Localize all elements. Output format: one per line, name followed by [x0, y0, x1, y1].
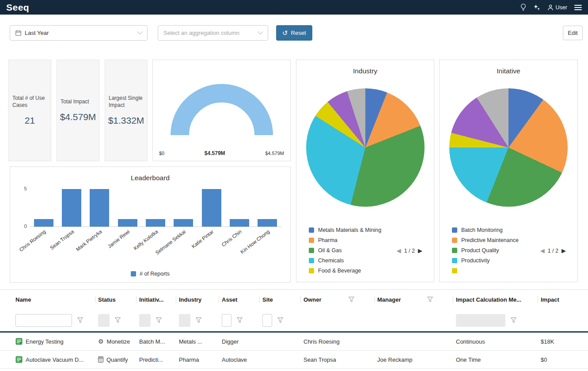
bar[interactable] [90, 189, 109, 227]
cell-status: ⚙Monetize [98, 338, 139, 345]
legend-item[interactable]: Batch Monitoring [452, 226, 519, 234]
use-case-name[interactable]: Autoclave Vacuum D... [26, 356, 83, 363]
table-header-row: NameStatusInitiativ...IndustryAssetSiteO… [0, 290, 588, 309]
leaderboard-legend[interactable]: # of Reports [10, 271, 290, 277]
top-bar: Seeq User [0, 0, 588, 15]
cell-name: Autoclave Vacuum D... [15, 356, 98, 363]
legend-label: Oil & Gas [318, 247, 342, 254]
edit-button[interactable]: Edit [563, 26, 583, 40]
cell-manager: Joe Reckamp [377, 356, 456, 363]
legend-item[interactable] [452, 267, 519, 274]
sparkles-icon[interactable] [533, 4, 540, 11]
column-header-impact_calc[interactable]: Impact Calculation Me... [456, 290, 541, 309]
user-menu[interactable]: User [547, 4, 567, 11]
table-filter-row [0, 309, 588, 331]
cell-impact_calc: One Time [456, 356, 541, 363]
date-range-select[interactable]: Last Year [10, 25, 148, 41]
column-header-name[interactable]: Name [15, 290, 98, 309]
cell-initiative: Batch M... [139, 338, 179, 345]
industry-pie-chart[interactable] [306, 88, 425, 207]
kpi-largest-single-impact: Largest Single Impact $1.332M [105, 60, 148, 161]
bar[interactable] [230, 219, 249, 227]
pager-prev-icon[interactable]: ◀ [397, 247, 401, 254]
legend-swatch [452, 248, 457, 253]
y-axis-tick: 5 [20, 186, 27, 191]
column-header-manager[interactable]: Manager [377, 290, 456, 309]
use-cases-table: NameStatusInitiativ...IndustryAssetSiteO… [0, 289, 588, 369]
filter-funnel-icon[interactable] [427, 297, 433, 302]
initiative-pie-chart[interactable] [449, 88, 568, 207]
filter-cell-manager [377, 309, 456, 331]
legend-item[interactable]: Oil & Gas [309, 246, 381, 254]
legend-label: Productivity [461, 257, 490, 264]
filter-funnel-icon[interactable] [196, 318, 201, 323]
bar[interactable] [146, 219, 165, 227]
use-case-name[interactable]: Energy Testing [26, 338, 64, 345]
filter-box-disabled [179, 314, 190, 327]
bar-category-label: Kin How Chong [239, 229, 270, 255]
filter-funnel-icon[interactable] [156, 318, 162, 323]
bar[interactable] [118, 219, 137, 227]
seeq-logo[interactable]: Seeq [6, 2, 29, 13]
column-header-asset[interactable]: Asset [222, 290, 262, 309]
legend-label: Product Quality [461, 247, 499, 254]
bar-category-label: Chris Roesing [19, 229, 47, 253]
legend-item[interactable]: Product Quality [452, 246, 519, 254]
bar[interactable] [202, 189, 221, 227]
legend-item[interactable]: Predictive Maintenance [452, 236, 519, 244]
legend-item[interactable]: Pharma [309, 236, 381, 244]
column-header-industry[interactable]: Industry [179, 290, 222, 309]
filter-cell-impact_calc [456, 309, 541, 331]
pager-next-icon[interactable]: ▶ [418, 247, 422, 254]
legend-swatch [309, 268, 314, 273]
bar[interactable] [34, 219, 53, 227]
industry-legend: Metals Materials & MiningPharmaOil & Gas… [309, 226, 381, 277]
industry-pie-card: Industry Metals Materials & MiningPharma… [296, 60, 434, 282]
chart-title: Initative [440, 67, 577, 75]
chevron-down-icon [137, 29, 143, 34]
filter-box-disabled [139, 314, 151, 327]
filter-funnel-icon[interactable] [277, 318, 283, 323]
column-header-owner[interactable]: Owner [303, 290, 377, 309]
impact-gauge-card: $0 $4.579M $4.579M [152, 60, 291, 161]
gauge-chart[interactable] [160, 73, 284, 140]
lightbulb-icon[interactable] [520, 4, 526, 11]
leaderboard-card: Leaderboard 5 0 Chris RoesingSean Tropsa… [10, 167, 291, 283]
filter-cell-initiative [139, 309, 179, 331]
legend-item[interactable]: Chemicals [309, 257, 381, 264]
legend-item[interactable]: Food & Beverage [309, 267, 381, 274]
bar-slot: Chris Chin [225, 189, 253, 227]
column-header-impact[interactable]: Impact [541, 290, 588, 309]
filter-funnel-icon[interactable] [77, 318, 83, 323]
reset-icon: ↺ [282, 30, 288, 36]
table-row[interactable]: Energy Testing⚙MonetizeBatch M...Metals … [0, 333, 588, 351]
filter-input-asset[interactable] [222, 314, 231, 327]
filter-input-name[interactable] [15, 314, 72, 327]
filter-funnel-icon[interactable] [237, 318, 243, 323]
filter-cell-impact [541, 309, 588, 331]
table-row[interactable]: Autoclave Vacuum D...QuantifyPredicti...… [0, 351, 588, 369]
calculator-icon [98, 356, 103, 363]
column-header-site[interactable]: Site [262, 290, 303, 309]
seeq-dashboard: Seeq User Last Year Select an aggregatio… [0, 0, 588, 371]
legend-item[interactable]: Productivity [452, 257, 519, 264]
cell-impact: $0 [541, 356, 588, 363]
cell-owner: Sean Tropsa [303, 356, 377, 363]
status-label: Monetize [107, 338, 130, 345]
pager-next-icon[interactable]: ▶ [561, 247, 566, 254]
bar[interactable] [258, 219, 277, 227]
filter-input-site[interactable] [262, 314, 272, 327]
reset-button[interactable]: ↺ Reset [276, 25, 312, 41]
bar[interactable] [62, 189, 81, 227]
aggregation-select[interactable]: Select an aggregation column [158, 25, 268, 41]
column-header-status[interactable]: Status [98, 290, 139, 309]
pager-prev-icon[interactable]: ◀ [540, 247, 545, 254]
bar[interactable] [174, 219, 193, 227]
filter-box-disabled [98, 314, 110, 327]
legend-item[interactable]: Metals Materials & Mining [309, 226, 381, 234]
filter-funnel-icon[interactable] [115, 318, 121, 323]
column-header-initiative[interactable]: Initiativ... [139, 290, 179, 309]
filter-funnel-icon[interactable] [349, 297, 354, 302]
hamburger-menu-icon[interactable] [574, 5, 582, 10]
filter-funnel-icon[interactable] [511, 318, 516, 323]
